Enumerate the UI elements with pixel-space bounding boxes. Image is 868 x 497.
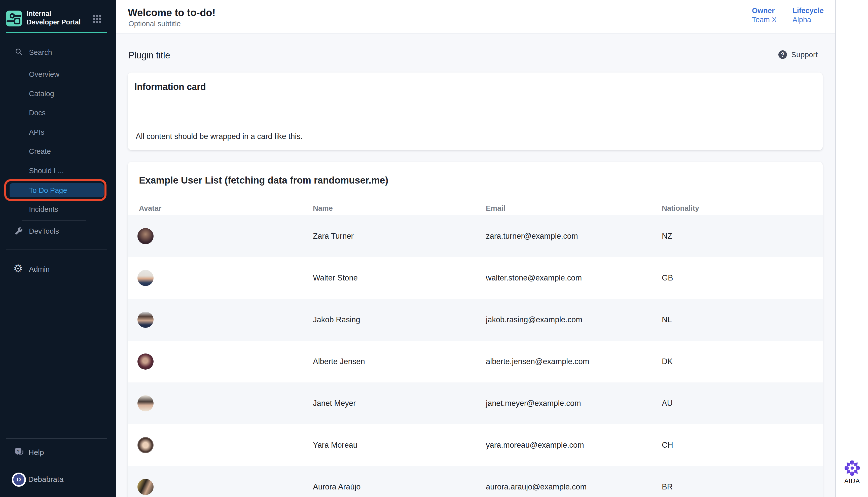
sidebar-item-create[interactable]: Create (29, 147, 51, 156)
sidebar-divider (6, 250, 107, 250)
owner-value[interactable]: Team X (752, 16, 777, 24)
brand-title: Internal Developer Portal (27, 9, 85, 26)
lifecycle-value[interactable]: Alpha (793, 16, 811, 24)
avatar (138, 312, 154, 328)
gear-icon: ⚙ (13, 264, 23, 274)
search-icon (15, 48, 23, 56)
right-margin-strip: AIDA (835, 0, 868, 497)
cell-name: Janet Meyer (313, 399, 356, 408)
cell-nationality: AU (662, 399, 672, 408)
search-input[interactable]: Search (29, 48, 52, 57)
table-row[interactable]: Alberte Jensen alberte.jensen@example.co… (128, 341, 823, 382)
cell-email: aurora.araujo@example.com (486, 482, 587, 492)
column-header-nationality: Nationality (662, 204, 699, 213)
sidebar-item-catalog[interactable]: Catalog (29, 90, 54, 98)
aida-widget[interactable]: AIDA (836, 460, 868, 485)
sidebar-item-to-do-page[interactable]: To Do Page (29, 186, 67, 195)
avatar (138, 354, 154, 370)
user-list-card: Example User List (fetching data from ra… (128, 162, 823, 497)
help-chat-icon: ? (15, 448, 24, 457)
cell-name: Alberte Jensen (313, 357, 365, 366)
information-card-title: Information card (134, 82, 206, 92)
table-header-row: Avatar Name Email Nationality (128, 202, 823, 215)
avatar (138, 437, 154, 453)
cell-nationality: NL (662, 315, 672, 324)
avatar (138, 270, 154, 286)
cell-email: zara.turner@example.com (486, 232, 578, 241)
question-circle-icon: ? (778, 51, 787, 59)
sidebar-item-should-i[interactable]: Should I ... (29, 167, 64, 175)
page-subtitle: Optional subtitle (128, 20, 181, 28)
table-row[interactable]: Zara Turner zara.turner@example.com NZ (128, 215, 823, 257)
cell-nationality: BR (662, 482, 672, 492)
plugin-title: Plugin title (128, 50, 170, 61)
avatar (138, 395, 154, 411)
sidebar-item-docs[interactable]: Docs (29, 109, 46, 117)
sidebar-item-overview[interactable]: Overview (29, 70, 59, 79)
page-title: Welcome to to-do! (128, 7, 216, 18)
wrench-icon (14, 227, 23, 236)
sidebar-divider (22, 220, 86, 221)
information-card: Information card All content should be w… (128, 72, 823, 150)
avatar (138, 228, 154, 244)
sidebar-accent-divider (6, 32, 107, 33)
column-header-name: Name (313, 204, 333, 213)
column-header-email: Email (486, 204, 505, 213)
cell-name: Aurora Araújo (313, 482, 361, 492)
sidebar-item-apis[interactable]: APIs (29, 128, 44, 137)
avatar (138, 479, 154, 495)
user-name[interactable]: Debabrata (28, 475, 63, 484)
lifecycle-label[interactable]: Lifecycle (793, 6, 824, 15)
sidebar-divider (6, 438, 107, 439)
cell-nationality: GB (662, 273, 673, 283)
cell-email: alberte.jensen@example.com (486, 357, 589, 366)
cell-email: janet.meyer@example.com (486, 399, 581, 408)
search-underline (22, 62, 86, 62)
portal-logo-icon[interactable] (6, 11, 22, 26)
cell-email: yara.moreau@example.com (486, 441, 584, 450)
svg-text:?: ? (17, 449, 19, 454)
table-row[interactable]: Janet Meyer janet.meyer@example.com AU (128, 382, 823, 424)
cell-nationality: NZ (662, 232, 672, 241)
main-area: Welcome to to-do! Optional subtitle Owne… (116, 0, 835, 497)
sidebar-item-admin[interactable]: Admin (29, 265, 49, 273)
cell-email: walter.stone@example.com (486, 273, 582, 283)
cell-nationality: CH (662, 441, 673, 450)
user-list-title: Example User List (fetching data from ra… (139, 175, 388, 186)
page-content: Plugin title ? Support Information card … (116, 33, 835, 497)
table-row[interactable]: Walter Stone walter.stone@example.com GB (128, 257, 823, 299)
sidebar-item-help[interactable]: Help (28, 448, 44, 457)
column-header-avatar: Avatar (139, 204, 161, 213)
user-avatar[interactable]: D (12, 472, 26, 487)
table-body: Zara Turner zara.turner@example.com NZ W… (128, 215, 823, 497)
apps-grid-icon[interactable] (93, 15, 101, 23)
aida-label: AIDA (836, 477, 868, 485)
cell-name: Jakob Rasing (313, 315, 360, 324)
app-window: Internal Developer Portal Search Overvie… (0, 0, 868, 497)
cell-nationality: DK (662, 357, 672, 366)
cell-email: jakob.rasing@example.com (486, 315, 582, 324)
table-row[interactable]: Aurora Araújo aurora.araujo@example.com … (128, 466, 823, 497)
owner-label[interactable]: Owner (752, 6, 775, 15)
table-row[interactable]: Jakob Rasing jakob.rasing@example.com NL (128, 299, 823, 341)
sidebar-item-incidents[interactable]: Incidents (29, 205, 58, 213)
sidebar-item-devtools[interactable]: DevTools (29, 227, 59, 236)
information-card-body: All content should be wrapped in a card … (136, 132, 303, 141)
cell-name: Yara Moreau (313, 441, 358, 450)
support-label: Support (791, 51, 818, 59)
cell-name: Walter Stone (313, 273, 358, 283)
sidebar: Internal Developer Portal Search Overvie… (0, 0, 116, 497)
aida-flower-icon (844, 460, 860, 476)
table-row[interactable]: Yara Moreau yara.moreau@example.com CH (128, 424, 823, 466)
page-header: Welcome to to-do! Optional subtitle Owne… (116, 0, 835, 33)
cell-name: Zara Turner (313, 232, 354, 241)
